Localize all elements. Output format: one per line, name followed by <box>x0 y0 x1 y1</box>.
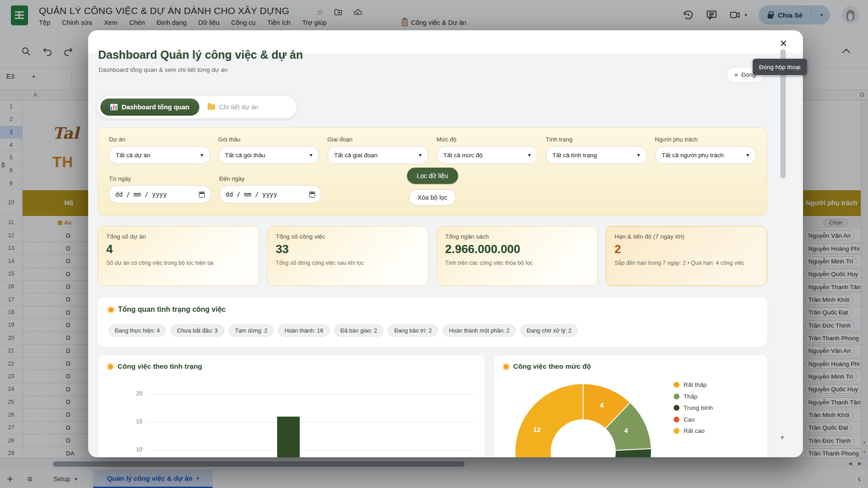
filter-select[interactable]: Tất cả người phụ trách ▾ <box>655 146 756 164</box>
close-tooltip: Đóng hộp thoại <box>753 59 807 75</box>
bullet-dot-icon <box>108 364 113 369</box>
apply-filter-button[interactable]: Lọc dữ liệu <box>407 168 458 184</box>
status-chip[interactable]: Đã bàn giao: 2 <box>334 324 383 337</box>
legend-dot-icon <box>674 428 679 434</box>
dialog-title: Dashboard Quản lý công việc & dự án <box>98 48 303 61</box>
date-label: Từ ngày <box>109 175 211 182</box>
status-overview-card: Tổng quan tình trạng công việc Đang thực… <box>98 297 767 347</box>
dialog-scroll-down-icon[interactable]: ▼ <box>779 434 785 441</box>
close-icon[interactable]: × <box>776 37 791 51</box>
stat-value: 33 <box>276 242 420 256</box>
y-tick: 20 <box>126 390 142 397</box>
calendar-icon[interactable] <box>309 192 315 197</box>
filter-select-value: Tất cả tình trạng <box>552 152 597 159</box>
filter-label: Dự án <box>109 136 210 143</box>
stat-value: 4 <box>106 242 250 256</box>
calendar-icon[interactable] <box>199 192 205 197</box>
date-placeholder: dd / mm / yyyy <box>226 191 277 198</box>
slice-label: 12 <box>531 426 543 433</box>
legend-dot-icon <box>674 394 679 399</box>
stat-description: Tổng số dòng công việc sau khi lọc <box>276 259 420 267</box>
dashboard-dialog: × × Đóng ▼ Dashboard Quản lý công việc &… <box>88 30 803 457</box>
filter-label: Mức độ <box>437 136 538 143</box>
stat-label: Tổng số dự án <box>106 233 250 240</box>
stat-label: Tổng ngân sách <box>445 233 590 240</box>
status-chip[interactable]: Đang bảo trì: 2 <box>388 324 438 337</box>
stat-card: Hạn & tiến độ (7 ngày tới) 2 Sắp đến hạn… <box>606 226 767 286</box>
bar-hoan-thanh <box>277 417 300 457</box>
stat-label: Hạn & tiến độ (7 ngày tới) <box>614 233 759 240</box>
donut-chart-title: Công việc theo mức độ <box>504 362 591 371</box>
filter-field: Giai đoạn Tất cả giai đoạn ▾ <box>327 136 429 164</box>
status-chip[interactable]: Tạm dừng: 2 <box>229 324 274 337</box>
date-input[interactable]: dd / mm / yyyy <box>219 185 321 203</box>
filter-select[interactable]: Tất cả giai đoạn ▾ <box>327 146 429 164</box>
legend-item: Rất cao <box>674 427 713 434</box>
filter-label: Tình trạng <box>546 136 647 143</box>
filter-field: Mức độ Tất cả mức độ ▾ <box>437 136 538 164</box>
chevron-down-icon: ▾ <box>419 152 421 158</box>
bar-chart-icon <box>110 104 118 110</box>
stat-cards: Tổng số dự án 4 Số dự án có công việc tr… <box>98 226 767 286</box>
stat-value: 2 <box>614 242 759 256</box>
filter-label: Giai đoạn <box>327 136 429 143</box>
bullet-dot-icon <box>504 364 509 369</box>
legend-item: Thấp <box>674 393 713 400</box>
chevron-down-icon: ▾ <box>746 152 749 158</box>
filter-select-value: Tất cả dự án <box>116 152 151 159</box>
filter-label: Gói thầu <box>218 136 320 143</box>
slice-label: 4 <box>595 401 608 409</box>
close-x-icon: × <box>734 71 738 79</box>
filter-field: Người phụ trách Tất cả người phụ trách ▾ <box>655 136 756 164</box>
chevron-down-icon: ▾ <box>528 152 531 158</box>
filter-field: Tình trạng Tất cả tình trạng ▾ <box>546 136 647 164</box>
filter-field: Gói thầu Tất cả gói thầu ▾ <box>218 136 320 164</box>
status-chip[interactable]: Đang chờ xử lý: 2 <box>520 324 578 337</box>
stat-card: Tổng ngân sách 2.966.000.000 Tính trên c… <box>437 226 598 286</box>
stat-description: Sắp đến hạn trong 7 ngày: 2 • Quá hạn: 4… <box>614 259 759 267</box>
stat-card: Tổng số dự án 4 Số dự án có công việc tr… <box>98 226 259 286</box>
chevron-down-icon: ▾ <box>310 152 312 158</box>
filter-select[interactable]: Tất cả dự án ▾ <box>109 146 210 164</box>
tab-dashboard-overview[interactable]: Dashboard tổng quan <box>100 99 199 116</box>
date-placeholder: dd / mm / yyyy <box>115 191 167 198</box>
filter-label: Người phụ trách <box>655 136 756 143</box>
filter-select-value: Tất cả giai đoạn <box>334 152 377 159</box>
date-input[interactable]: dd / mm / yyyy <box>109 185 211 203</box>
legend-dot-icon <box>674 405 679 411</box>
status-chip[interactable]: Chưa bắt đầu: 3 <box>170 324 224 337</box>
tab-project-detail[interactable]: Chi tiết dự án <box>208 103 259 111</box>
stat-label: Tổng số công việc <box>276 233 420 240</box>
chevron-down-icon: ▾ <box>637 152 640 158</box>
status-chip[interactable]: Đang thực hiện: 4 <box>108 324 166 337</box>
filter-field: Dự án Tất cả dự án ▾ <box>109 136 210 164</box>
chevron-down-icon: ▾ <box>200 152 203 158</box>
status-overview-title: Tổng quan tình trạng công việc <box>108 305 226 314</box>
date-label: Đến ngày <box>219 175 321 182</box>
status-chip[interactable]: Hoàn thành: 16 <box>278 324 330 337</box>
legend-item: Cao <box>674 416 713 423</box>
date-field: Từ ngày dd / mm / yyyy <box>109 175 211 203</box>
stat-value: 2.966.000.000 <box>445 242 590 256</box>
legend-item: Trung bình <box>674 404 713 411</box>
gridline <box>148 394 473 394</box>
legend-item: Rất thấp <box>674 381 713 388</box>
filter-select-value: Tất cả mức độ <box>443 152 483 159</box>
dialog-tabs: Dashboard tổng quan Chi tiết dự án <box>98 96 297 118</box>
folder-icon <box>208 104 215 110</box>
filter-select-value: Tất cả gói thầu <box>225 152 265 159</box>
stat-description: Số dự án có công việc trong bộ lọc hiện … <box>106 259 250 267</box>
dialog-subtitle: Dashboard tổng quan & xem chi tiết từng … <box>99 66 227 73</box>
clear-filter-button[interactable]: Xóa bộ lọc <box>409 189 456 206</box>
slice-label: 4 <box>620 427 632 434</box>
bullet-dot-icon <box>108 307 113 312</box>
legend-dot-icon <box>674 417 679 422</box>
legend-dot-icon <box>674 382 679 388</box>
stat-description: Tính trên các công việc thỏa bộ lọc <box>445 259 590 267</box>
priority-donut-chart-card: Công việc theo mức độ 4 4 12 Rất thấp Th… <box>494 355 767 457</box>
filter-select[interactable]: Tất cả mức độ ▾ <box>437 146 538 164</box>
y-tick: 15 <box>126 418 142 425</box>
status-chip[interactable]: Hoàn thành một phần: 2 <box>443 324 516 337</box>
filter-select[interactable]: Tất cả gói thầu ▾ <box>218 146 320 164</box>
filter-select[interactable]: Tất cả tình trạng ▾ <box>546 146 647 164</box>
